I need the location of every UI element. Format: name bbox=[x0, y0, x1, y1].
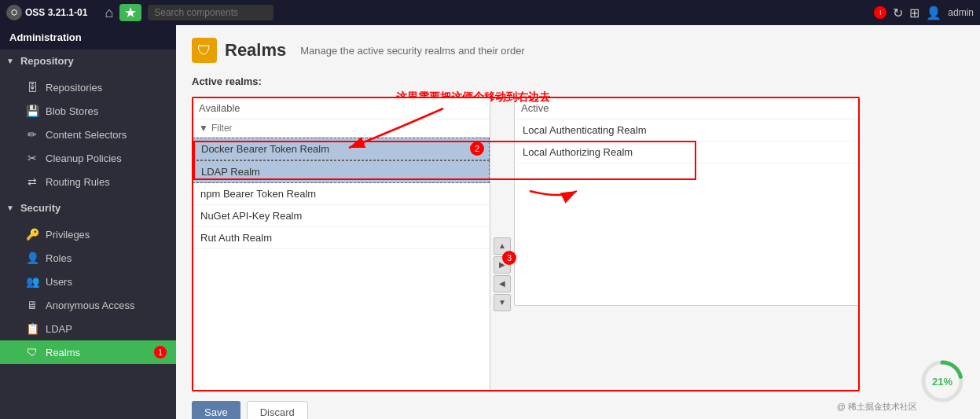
move-left-button[interactable]: ◀ bbox=[494, 275, 511, 292]
page-subtitle: Manage the active security realms and th… bbox=[300, 45, 524, 57]
sidebar-label: Content Selectors bbox=[46, 129, 127, 141]
sidebar-label: Blob Stores bbox=[46, 105, 98, 117]
users-icon: 👥 bbox=[25, 275, 39, 288]
realms-badge: 1 bbox=[154, 346, 167, 358]
search-input[interactable] bbox=[148, 5, 273, 20]
transfer-buttons: ▲ ▶ 3 ◀ ▼ bbox=[490, 97, 514, 391]
list-item[interactable]: npm Bearer Token Realm bbox=[193, 183, 490, 205]
topbar-nav: ⌂ ★ bbox=[100, 4, 141, 21]
logo-icon: ⬡ bbox=[6, 5, 22, 20]
sidebar-item-users[interactable]: 👥 Users bbox=[0, 270, 176, 293]
topbar: ⬡ OSS 3.21.1-01 ⌂ ★ ! ↻ ⊞ 👤 admin bbox=[0, 0, 980, 25]
refresh-icon[interactable]: ↻ bbox=[893, 6, 903, 20]
sidebar-item-realms[interactable]: 🛡 Realms 1 bbox=[0, 340, 176, 364]
progress-circle: 21% bbox=[920, 359, 964, 403]
sidebar-item-repositories[interactable]: 🗄 Repositories bbox=[0, 75, 176, 99]
sidebar-label: Realms bbox=[46, 347, 80, 358]
dual-list: Available ▼ Docker Bearer Token Realm 2 … bbox=[192, 97, 860, 391]
filter-row: ▼ bbox=[193, 119, 490, 138]
sidebar-group-repository[interactable]: ▼ Repository bbox=[0, 50, 176, 72]
realms-icon: 🛡 bbox=[25, 346, 39, 358]
repository-section: 🗄 Repositories 💾 Blob Stores ✏ Content S… bbox=[0, 72, 176, 197]
list-remaining bbox=[193, 249, 490, 391]
security-section: 🔑 Privileges 👤 Roles 👥 Users 🖥 Anonymous… bbox=[0, 219, 176, 367]
available-panel: Available ▼ Docker Bearer Token Realm 2 … bbox=[192, 97, 490, 391]
sidebar-label: Routing Rules bbox=[46, 176, 110, 188]
content-icon: ✏ bbox=[25, 128, 39, 141]
list-item[interactable]: Rut Auth Realm bbox=[193, 227, 490, 249]
active-panel: Active Local Authenticating Realm Local … bbox=[514, 97, 860, 306]
routing-icon: ⇄ bbox=[25, 175, 39, 188]
sidebar-label: Anonymous Access bbox=[46, 300, 134, 311]
nav-home[interactable]: ⌂ bbox=[100, 5, 118, 21]
main-layout: Administration ▼ Repository 🗄 Repositori… bbox=[0, 25, 980, 419]
sidebar-label: LDAP bbox=[46, 323, 72, 335]
badge-2: 2 bbox=[470, 142, 484, 156]
anon-icon: 🖥 bbox=[25, 299, 39, 311]
admin-label: admin bbox=[948, 7, 974, 18]
content-area: 🛡 Realms Manage the active security real… bbox=[176, 25, 980, 419]
sidebar-label: Cleanup Policies bbox=[46, 153, 122, 164]
badge-3: 3 bbox=[502, 251, 516, 265]
sidebar: Administration ▼ Repository 🗄 Repositori… bbox=[0, 25, 176, 419]
available-header: Available bbox=[193, 97, 490, 119]
cleanup-icon: ✂ bbox=[25, 152, 39, 164]
section-label: Active realms: bbox=[192, 75, 964, 87]
sidebar-label: Repositories bbox=[46, 82, 102, 94]
sidebar-item-content-selectors[interactable]: ✏ Content Selectors bbox=[0, 123, 176, 146]
save-button[interactable]: Save bbox=[192, 401, 240, 419]
filter-icon: ▼ bbox=[199, 123, 208, 134]
sidebar-label: Users bbox=[46, 276, 72, 288]
sidebar-item-anon[interactable]: 🖥 Anonymous Access bbox=[0, 293, 176, 317]
group-label: Security bbox=[20, 202, 61, 214]
progress-text: 21% bbox=[932, 376, 952, 388]
app-logo: ⬡ OSS 3.21.1-01 bbox=[6, 5, 87, 20]
repos-icon: 🗄 bbox=[25, 81, 39, 94]
sidebar-item-privileges[interactable]: 🔑 Privileges bbox=[0, 222, 176, 246]
grid-icon[interactable]: ⊞ bbox=[909, 6, 919, 20]
blob-icon: 💾 bbox=[25, 105, 39, 117]
arrow-icon: ▼ bbox=[6, 204, 14, 212]
sidebar-group-security[interactable]: ▼ Security bbox=[0, 197, 176, 219]
nav-settings[interactable]: ★ bbox=[119, 4, 141, 21]
move-down-button[interactable]: ▼ bbox=[494, 294, 511, 311]
sidebar-item-ldap[interactable]: 📋 LDAP bbox=[0, 317, 176, 340]
arrow-icon: ▼ bbox=[6, 57, 14, 65]
page-title: Realms bbox=[225, 40, 286, 61]
list-item[interactable]: Docker Bearer Token Realm 2 bbox=[193, 138, 490, 160]
ldap-icon: 📋 bbox=[25, 322, 39, 335]
active-list: Local Authenticating Realm Local Authori… bbox=[515, 119, 859, 164]
alert-badge: ! bbox=[874, 6, 886, 19]
watermark: @ 稀土掘金技术社区 bbox=[837, 401, 917, 413]
discard-button[interactable]: Discard bbox=[247, 401, 308, 419]
sidebar-label: Privileges bbox=[46, 229, 90, 241]
sidebar-item-roles[interactable]: 👤 Roles bbox=[0, 246, 176, 270]
list-remaining-active bbox=[515, 164, 859, 305]
list-item[interactable]: LDAP Realm bbox=[193, 160, 490, 183]
user-icon[interactable]: 👤 bbox=[926, 6, 941, 20]
filter-input[interactable] bbox=[211, 123, 483, 134]
list-item[interactable]: Local Authorizing Realm bbox=[515, 142, 859, 164]
sidebar-label: Roles bbox=[46, 252, 72, 264]
sidebar-item-blob-stores[interactable]: 💾 Blob Stores bbox=[0, 99, 176, 123]
shield-icon: 🛡 bbox=[192, 38, 217, 63]
sidebar-item-routing[interactable]: ⇄ Routing Rules bbox=[0, 170, 176, 193]
dual-list-wrapper: 这里需要把这俩个移动到右边去 Available ▼ Docker Bearer… bbox=[192, 97, 860, 391]
list-item[interactable]: Local Authenticating Realm bbox=[515, 119, 859, 142]
app-name: OSS 3.21.1-01 bbox=[25, 7, 87, 18]
sidebar-header: Administration bbox=[0, 25, 176, 50]
available-list: Docker Bearer Token Realm 2 LDAP Realm n… bbox=[193, 138, 490, 249]
priv-icon: 🔑 bbox=[25, 228, 39, 241]
group-label: Repository bbox=[20, 55, 74, 67]
sidebar-item-cleanup[interactable]: ✂ Cleanup Policies bbox=[0, 146, 176, 170]
move-right-button[interactable]: ▶ 3 bbox=[494, 256, 511, 274]
active-header: Active bbox=[515, 97, 859, 119]
page-header: 🛡 Realms Manage the active security real… bbox=[192, 38, 964, 63]
list-item[interactable]: NuGet API-Key Realm bbox=[193, 205, 490, 227]
topbar-right: ! ↻ ⊞ 👤 admin bbox=[874, 6, 974, 20]
roles-icon: 👤 bbox=[25, 252, 39, 264]
